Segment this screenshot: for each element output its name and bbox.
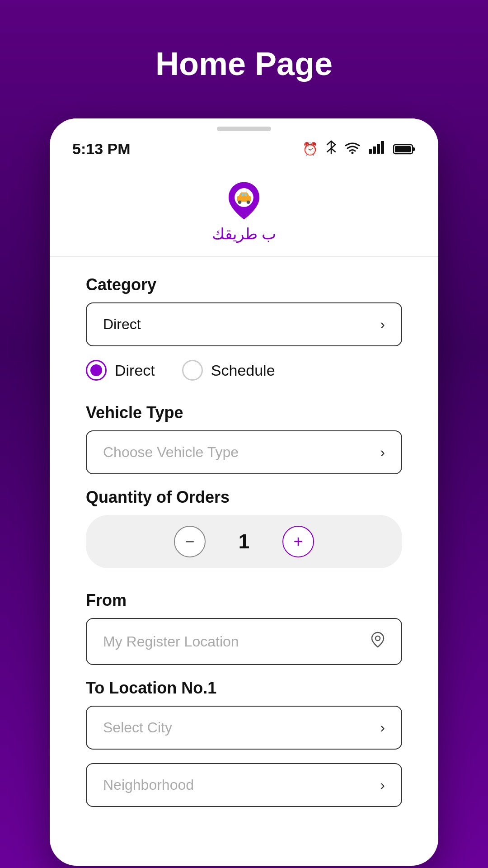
category-label: Category	[86, 275, 402, 294]
select-city-placeholder: Select City	[103, 719, 172, 736]
from-location-placeholder: My Register Location	[103, 633, 239, 650]
battery-icon	[393, 143, 416, 156]
from-section: From My Register Location	[86, 591, 402, 665]
form-content: Category Direct › Direct Schedule Vehicl…	[50, 257, 438, 839]
from-location-field[interactable]: My Register Location	[86, 618, 402, 665]
status-time: 5:13 PM	[72, 140, 131, 158]
phone-frame: 5:13 PM ⏰	[50, 118, 438, 866]
timing-radio-group: Direct Schedule	[86, 360, 402, 381]
svg-rect-6	[413, 147, 415, 151]
vehicle-type-chevron-icon: ›	[380, 444, 385, 461]
vehicle-type-placeholder: Choose Vehicle Type	[103, 444, 239, 461]
notch-bar	[50, 118, 438, 136]
quantity-section: Quantity of Orders − 1 +	[86, 488, 402, 568]
quantity-value: 1	[233, 530, 255, 553]
neighborhood-chevron-icon: ›	[380, 777, 385, 793]
svg-point-10	[238, 201, 242, 204]
vehicle-type-dropdown[interactable]: Choose Vehicle Type ›	[86, 430, 402, 474]
svg-point-14	[375, 636, 380, 641]
quantity-label: Quantity of Orders	[86, 488, 402, 507]
quantity-increase-button[interactable]: +	[282, 526, 314, 557]
quantity-decrease-button[interactable]: −	[174, 526, 206, 557]
select-city-chevron-icon: ›	[380, 719, 385, 736]
logo-area: ب طريقك	[50, 162, 438, 256]
svg-rect-1	[369, 149, 372, 154]
schedule-radio-label: Schedule	[211, 362, 275, 379]
svg-rect-13	[244, 193, 247, 196]
category-section: Category Direct › Direct Schedule	[86, 275, 402, 381]
status-icons: ⏰	[302, 140, 416, 158]
alarm-icon: ⏰	[302, 142, 318, 156]
category-dropdown[interactable]: Direct ›	[86, 302, 402, 346]
schedule-radio-circle[interactable]	[182, 360, 203, 381]
svg-rect-7	[395, 146, 411, 152]
svg-point-11	[247, 201, 250, 204]
location-pin-icon	[371, 632, 385, 651]
schedule-radio-option[interactable]: Schedule	[182, 360, 275, 381]
app-name-text: ب طريقك	[212, 225, 276, 243]
category-chevron-icon: ›	[380, 316, 385, 333]
svg-rect-2	[373, 146, 376, 154]
direct-radio-label: Direct	[115, 362, 155, 379]
direct-radio-option[interactable]: Direct	[86, 360, 155, 381]
quantity-control: − 1 +	[86, 515, 402, 568]
svg-point-0	[352, 152, 354, 154]
vehicle-type-section: Vehicle Type Choose Vehicle Type ›	[86, 403, 402, 474]
to-location-section: To Location No.1 Select City › Neighborh…	[86, 679, 402, 807]
status-bar: 5:13 PM ⏰	[50, 136, 438, 162]
notch-pill	[217, 127, 271, 131]
svg-rect-12	[241, 193, 244, 196]
to-location-label: To Location No.1	[86, 679, 402, 698]
neighborhood-placeholder: Neighborhood	[103, 777, 194, 793]
signal-icon	[369, 141, 385, 157]
select-city-dropdown[interactable]: Select City ›	[86, 706, 402, 750]
bluetooth-icon	[326, 140, 336, 158]
vehicle-type-label: Vehicle Type	[86, 403, 402, 422]
neighborhood-dropdown[interactable]: Neighborhood ›	[86, 763, 402, 807]
page-title: Home Page	[155, 45, 333, 82]
app-logo-icon	[226, 180, 262, 221]
svg-rect-3	[377, 144, 380, 154]
from-label: From	[86, 591, 402, 610]
direct-radio-circle[interactable]	[86, 360, 107, 381]
wifi-icon	[344, 141, 361, 157]
svg-rect-4	[381, 141, 384, 154]
category-value: Direct	[103, 316, 141, 333]
